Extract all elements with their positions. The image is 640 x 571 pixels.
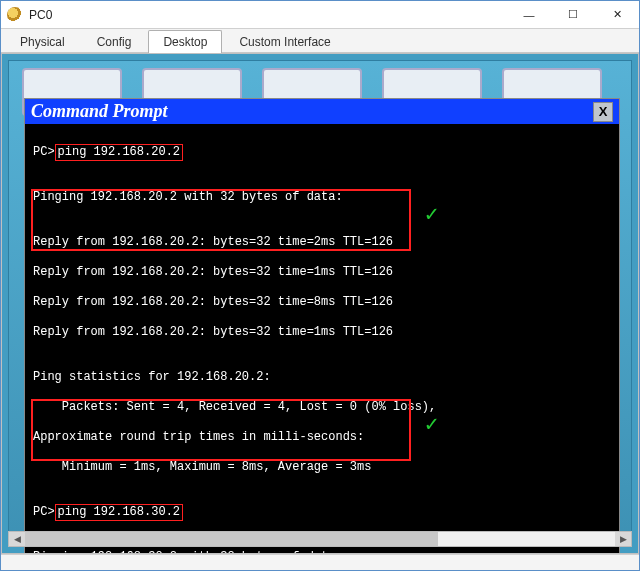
ping-stats: Minimum = 1ms, Maximum = 8ms, Average = … <box>33 460 611 475</box>
scroll-thumb[interactable] <box>25 532 438 546</box>
ping-reply: Reply from 192.168.20.2: bytes=32 time=1… <box>33 265 611 280</box>
ping-stats: Ping statistics for 192.168.20.2: <box>33 370 611 385</box>
prompt-line: PC>ping 192.168.20.2 <box>33 145 611 160</box>
command-prompt-close-button[interactable]: X <box>593 102 613 122</box>
highlight-command: ping 192.168.30.2 <box>55 504 183 521</box>
minimize-button[interactable]: — <box>507 1 551 29</box>
horizontal-scrollbar[interactable]: ◀ ▶ <box>8 531 632 547</box>
tab-physical[interactable]: Physical <box>5 30 80 53</box>
scroll-left-icon[interactable]: ◀ <box>9 532 25 546</box>
command-prompt-window: Command Prompt X PC>ping 192.168.20.2 Pi… <box>24 98 620 554</box>
tab-config[interactable]: Config <box>82 30 147 53</box>
window-title: PC0 <box>29 8 52 22</box>
ping-reply: Reply from 192.168.20.2: bytes=32 time=2… <box>33 235 611 250</box>
terminal-output[interactable]: PC>ping 192.168.20.2 Pinging 192.168.20.… <box>25 124 619 554</box>
ping-reply: Reply from 192.168.20.2: bytes=32 time=1… <box>33 325 611 340</box>
check-icon: ✓ <box>425 418 438 433</box>
app-icon <box>7 7 23 23</box>
ping-stats: Packets: Sent = 4, Received = 4, Lost = … <box>33 400 611 415</box>
scroll-track[interactable] <box>25 532 615 546</box>
scroll-right-icon[interactable]: ▶ <box>615 532 631 546</box>
close-button[interactable]: ✕ <box>595 1 639 29</box>
ping-stats: Approximate round trip times in milli-se… <box>33 430 611 445</box>
desktop-pane: Command Prompt X PC>ping 192.168.20.2 Pi… <box>1 53 639 554</box>
statusbar <box>1 554 639 571</box>
tabstrip: Physical Config Desktop Custom Interface <box>1 29 639 53</box>
check-icon: ✓ <box>425 208 438 223</box>
maximize-button[interactable]: ☐ <box>551 1 595 29</box>
prompt-line: PC>ping 192.168.30.2 <box>33 505 611 520</box>
ping-header: Pinging 192.168.20.2 with 32 bytes of da… <box>33 190 611 205</box>
window-titlebar: PC0 — ☐ ✕ <box>1 1 639 29</box>
command-prompt-title: Command Prompt <box>31 101 593 122</box>
highlight-command: ping 192.168.20.2 <box>55 144 183 161</box>
ping-reply: Reply from 192.168.20.2: bytes=32 time=8… <box>33 295 611 310</box>
command-prompt-titlebar[interactable]: Command Prompt X <box>25 99 619 124</box>
tab-desktop[interactable]: Desktop <box>148 30 222 53</box>
tab-custom-interface[interactable]: Custom Interface <box>224 30 345 53</box>
ping-header: Pinging 192.168.30.2 with 32 bytes of da… <box>33 550 611 554</box>
